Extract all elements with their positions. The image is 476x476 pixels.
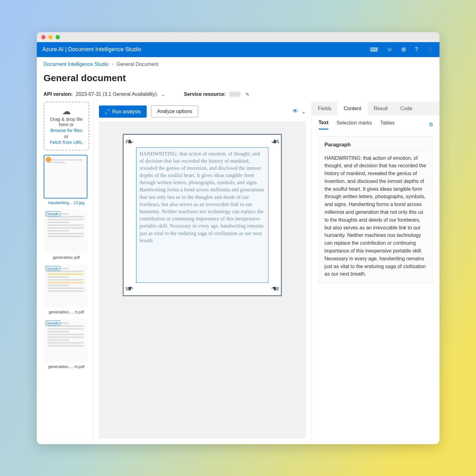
- chevron-down-icon[interactable]: ⌄: [161, 91, 165, 97]
- corner-icon: ❧: [125, 283, 135, 294]
- breadcrumb-root[interactable]: Document Intelligence Studio: [44, 61, 109, 67]
- paragraph-panel: Paragraph HANDWRITING: that action of em…: [319, 136, 433, 284]
- azure-title: Azure AI | Document Intelligence Studio: [42, 46, 141, 53]
- breadcrumb: Document Intelligence Studio › General D…: [37, 57, 439, 71]
- mac-titlebar: [37, 32, 439, 42]
- help-icon[interactable]: ?: [415, 46, 418, 53]
- fetch-url-link[interactable]: Fetch from URL: [47, 140, 86, 145]
- sample-badge: Sample: [46, 266, 60, 271]
- corner-icon: ❧: [125, 136, 135, 147]
- thumbnail-caption: generaldoc.pdf: [44, 255, 89, 260]
- api-version-value[interactable]: 2023-07-31 (3.1 General Availability): [76, 91, 157, 97]
- browse-files-link[interactable]: Browse for files: [47, 128, 86, 133]
- file-sidebar: ☁︎ Drag & drop file here or Browse for f…: [37, 102, 93, 444]
- sample-badge: Sample: [46, 321, 60, 326]
- service-resource-value: [229, 92, 240, 97]
- document-canvas[interactable]: ❧ ❧ ❧ ❧ HANDWRITING: that action of emot…: [99, 121, 306, 439]
- marker-icon: [46, 157, 51, 162]
- close-window-dot[interactable]: [41, 35, 46, 39]
- analyze-options-button[interactable]: Analyze options: [151, 106, 198, 117]
- api-version-label: API version:: [44, 91, 73, 97]
- subtab-text[interactable]: Text: [319, 120, 329, 130]
- keyboard-icon[interactable]: ⌨: [370, 46, 378, 53]
- tab-code[interactable]: Code: [394, 102, 419, 115]
- primary-tabs: FieldsContentResultCode: [312, 102, 439, 115]
- feedback-icon[interactable]: ☺: [387, 46, 392, 53]
- paragraph-heading: Paragraph: [325, 142, 427, 151]
- scan-icon: ⌞⌝: [105, 109, 110, 114]
- or-text: or: [47, 134, 86, 139]
- dropzone[interactable]: ☁︎ Drag & drop file here or Browse for f…: [44, 102, 89, 150]
- secondary-tabs: TextSelection marksTables⧉: [312, 115, 439, 130]
- ocr-selection-box[interactable]: HANDWRITING: that action of emotion, of …: [136, 147, 268, 283]
- breadcrumb-current: General Document: [116, 61, 158, 67]
- meta-row: API version: 2023-07-31 (3.1 General Ava…: [37, 89, 439, 102]
- service-resource-label: Service resource:: [184, 91, 226, 97]
- copy-icon[interactable]: ⧉: [429, 122, 433, 127]
- thumbnail-caption: generaldoc-... rt.pdf: [44, 310, 89, 314]
- document-frame: ❧ ❧ ❧ ❧ HANDWRITING: that action of emot…: [123, 134, 282, 296]
- thumbnail[interactable]: Sample: [44, 319, 87, 362]
- tab-fields[interactable]: Fields: [312, 102, 338, 115]
- upload-icon: ☁︎: [47, 106, 86, 116]
- maximize-window-dot[interactable]: [56, 35, 60, 39]
- sample-badge: Sample: [46, 211, 60, 216]
- results-panel: FieldsContentResultCode TextSelection ma…: [312, 102, 439, 444]
- thumbnail-caption: generaldoc-... nt.pdf: [44, 364, 89, 369]
- center-pane: ⌞⌝Run analysis Analyze options 👁 ⌄ ❧ ❧ ❧…: [93, 102, 312, 444]
- corner-icon: ❧: [269, 136, 280, 147]
- page-title: General document: [37, 71, 439, 89]
- visibility-icon[interactable]: 👁: [292, 108, 298, 115]
- app-window: Azure AI | Document Intelligence Studio …: [37, 32, 439, 444]
- thumbnail-caption: handwriting... 13.jpg: [44, 200, 89, 205]
- corner-icon: ❧: [269, 283, 280, 294]
- edit-icon[interactable]: ✎: [245, 91, 249, 97]
- chevron-right-icon: ›: [112, 61, 113, 67]
- thumbnail[interactable]: Handwriting that action of emotion of th…: [44, 155, 87, 199]
- minimize-window-dot[interactable]: [48, 35, 53, 39]
- paragraph-body: HANDWRITING: that action of emotion, of …: [325, 155, 427, 278]
- account-icon[interactable]: 👤: [427, 46, 434, 53]
- chevron-down-icon[interactable]: ⌄: [301, 108, 306, 115]
- drop-text: Drag & drop file here or: [47, 116, 86, 127]
- subtab-tables[interactable]: Tables: [380, 120, 395, 129]
- tab-content[interactable]: Content: [337, 102, 367, 115]
- run-analysis-button[interactable]: ⌞⌝Run analysis: [99, 106, 147, 118]
- azure-header: Azure AI | Document Intelligence Studio …: [37, 42, 439, 57]
- thumbnail[interactable]: Sample: [44, 209, 87, 253]
- settings-icon[interactable]: ⚙: [401, 46, 406, 53]
- subtab-selection-marks[interactable]: Selection marks: [336, 120, 372, 129]
- thumbnail[interactable]: Sample: [44, 264, 87, 308]
- tab-result[interactable]: Result: [367, 102, 394, 115]
- toolbar: ⌞⌝Run analysis Analyze options 👁 ⌄: [93, 102, 312, 121]
